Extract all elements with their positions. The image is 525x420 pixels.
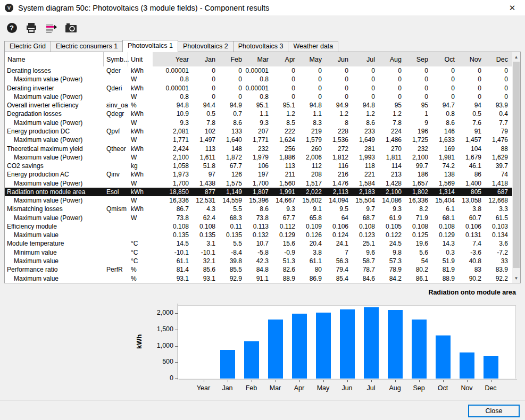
row-name: Efficiency module: [5, 223, 104, 230]
table-row[interactable]: Derating inverterQderikWh0.00001000.0000…: [5, 84, 512, 93]
table-row[interactable]: Overall inverter efficiencyεinv_oa%94.89…: [5, 101, 512, 110]
table-row[interactable]: Maximum value (Power)W16,33612,53114,559…: [5, 196, 512, 205]
scroll-down-icon[interactable]: ▼: [512, 274, 520, 282]
table-row[interactable]: Maximum value (Power)W0.8000.8000000000: [5, 75, 512, 83]
row-value: 1,725: [405, 136, 431, 144]
row-value: 3.8: [298, 249, 325, 256]
row-symbol: Qder: [104, 67, 128, 74]
row-value: 14.5: [153, 240, 192, 247]
row-value: 1,438: [192, 180, 219, 187]
row-unit: W: [128, 154, 153, 161]
row-value: 97: [192, 171, 219, 178]
row-value: 1,657: [405, 180, 431, 187]
tab-photovoltaics-3[interactable]: Photovoltaics 3: [233, 41, 289, 52]
x-tick-label: May: [310, 384, 337, 392]
row-value: 9: [405, 119, 431, 127]
row-value: 1,517: [298, 180, 325, 187]
row-value: 0: [192, 75, 219, 83]
row-value: 0: [405, 75, 431, 83]
row-value: 32.1: [192, 257, 219, 265]
tab-weather-data[interactable]: Weather data: [288, 41, 338, 52]
row-value: 1,640: [219, 136, 245, 144]
row-value: 0: [458, 93, 485, 100]
row-value: 1,149: [219, 188, 245, 196]
row-value: 51.8: [192, 162, 219, 170]
table-row[interactable]: Derating lossesQderkWh0.00001000.0000100…: [5, 66, 512, 75]
row-value: 7.4: [458, 240, 485, 247]
close-button[interactable]: Close: [468, 405, 520, 417]
row-name: Maximum value (Power): [5, 75, 104, 83]
row-value: 146: [431, 128, 458, 135]
print-icon: [26, 23, 37, 33]
row-value: 0.135: [192, 231, 219, 239]
row-value: 94.4: [192, 102, 219, 109]
row-value: 0: [431, 67, 458, 74]
table-row[interactable]: Maximum value0.1350.1350.1350.1320.1290.…: [5, 231, 512, 239]
table-row[interactable]: Performance ratioPerfR%81.485.685.584.88…: [5, 265, 512, 274]
row-value: 62.4: [192, 214, 219, 222]
table-row[interactable]: Degradation lossesQdegrkWh10.90.50.71.11…: [5, 110, 512, 118]
report-button[interactable]: [45, 21, 57, 34]
table-row[interactable]: Theoretical maximum yieldQtheorkWh2,4241…: [5, 144, 512, 153]
x-tick-label: Feb: [238, 384, 265, 392]
table-row[interactable]: Maximum value%93.193.192.991.188.986.985…: [5, 274, 512, 282]
table-row[interactable]: Energy production ACQinvkWh1,97397126197…: [5, 170, 512, 179]
row-value: 1,457: [458, 136, 485, 144]
y-tick-label: 1,500: [138, 325, 173, 333]
row-value: 8.3: [298, 119, 325, 127]
row-unit: W: [128, 214, 153, 222]
tab-electric-grid[interactable]: Electric Grid: [4, 41, 51, 52]
table-row[interactable]: Energy production DCQpvfkWh2,08110213320…: [5, 127, 512, 136]
row-unit: kWh: [128, 188, 153, 196]
row-value: 0.8: [153, 75, 192, 83]
row-value: 1,700: [245, 180, 272, 187]
row-value: 3.1: [192, 240, 219, 247]
row-value: 86.1: [405, 275, 431, 282]
row-value: 0.106: [325, 223, 352, 230]
row-name: Energy production DC: [5, 128, 104, 135]
table-row[interactable]: Module temperature°C14.53.15.510.715.620…: [5, 239, 512, 248]
row-value: 40.8: [458, 257, 485, 265]
row-name: Minimum value: [5, 249, 104, 256]
row-value: 133: [219, 128, 245, 135]
scrollbar-thumb[interactable]: [513, 62, 520, 268]
row-unit: kWh: [128, 110, 153, 117]
table-row[interactable]: CO2 savingskg1,05851.867.710611311211611…: [5, 162, 512, 170]
table-scrollbar[interactable]: ▲ ▼: [512, 52, 520, 283]
row-name: Performance ratio: [5, 266, 104, 273]
row-value: 0.5: [458, 110, 485, 117]
table-row[interactable]: Maximum value (Power)W1,7001,4381,5751,7…: [5, 179, 512, 187]
table-row[interactable]: Radiation onto module areaEsolkWh18,8508…: [5, 188, 512, 196]
bar-jun: [340, 309, 355, 379]
row-value: 8.5: [272, 119, 298, 127]
row-value: 1,560: [272, 180, 298, 187]
row-value: 1,569: [431, 180, 458, 187]
table-row[interactable]: Mismatching lossesQmismkWh86.74.35.58.69…: [5, 205, 512, 213]
row-value: 3.6: [485, 240, 511, 247]
row-unit: W: [128, 75, 153, 83]
table-row[interactable]: Maximum value°C61.132.139.842.351.361.15…: [5, 257, 512, 265]
window-close-button[interactable]: ✕: [504, 1, 520, 15]
table-header: Name Symb... Unit YearJanFebMarAprMayJun…: [5, 52, 520, 66]
table-row[interactable]: Maximum value (Power)W73.862.468.373.867…: [5, 214, 512, 222]
table-row[interactable]: Maximum value (Power)W0.8000.8000000000: [5, 93, 512, 101]
print-button[interactable]: [25, 21, 38, 34]
scroll-up-icon[interactable]: ▲: [512, 53, 520, 61]
table-row[interactable]: Maximum value (Power)W9.37.88.69.38.58.3…: [5, 119, 512, 127]
tab-photovoltaics-1[interactable]: Photovoltaics 1: [122, 40, 178, 52]
table-row[interactable]: Efficiency module0.1080.1080.110.1130.11…: [5, 222, 512, 231]
row-unit: °C: [128, 240, 153, 247]
row-value: 10.7: [245, 240, 272, 247]
row-value: 270: [378, 145, 405, 153]
tab-photovoltaics-2[interactable]: Photovoltaics 2: [178, 41, 234, 52]
table-row[interactable]: Maximum value (Power)W2,1001,6111,8721,9…: [5, 153, 512, 162]
snapshot-button[interactable]: [64, 21, 77, 34]
row-value: 2,113: [325, 188, 352, 196]
row-value: 85.6: [192, 266, 219, 273]
table-row[interactable]: Maximum value (Power)W1,7711,4971,6401,7…: [5, 136, 512, 144]
help-button[interactable]: ?: [5, 21, 18, 34]
row-value: 0.129: [272, 231, 298, 239]
tab-electric-consumers-1[interactable]: Electric consumers 1: [51, 41, 123, 52]
table-row[interactable]: Minimum value°C-10.1-10.1-8.4-5.8-0.93.8…: [5, 248, 512, 257]
row-value: 1,575: [219, 180, 245, 187]
